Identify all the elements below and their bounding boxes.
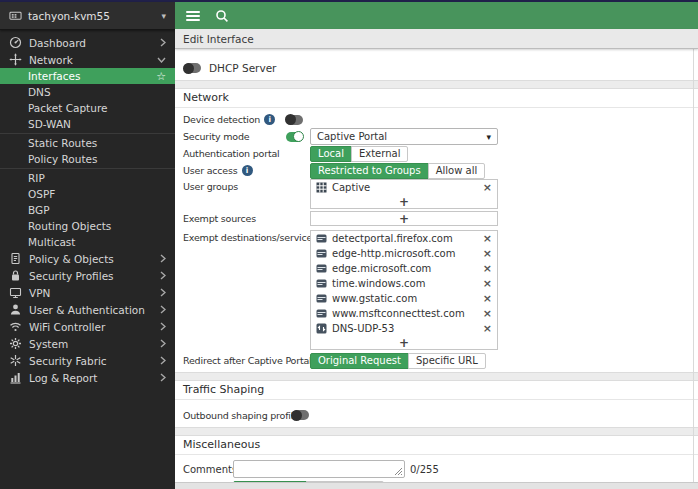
- sidebar-divider: [0, 168, 175, 169]
- comments-label: Comments: [183, 464, 233, 475]
- redirect-original-request-button[interactable]: Original Request: [310, 353, 409, 369]
- comments-input[interactable]: [234, 461, 404, 477]
- search-icon[interactable]: [215, 9, 229, 23]
- sidebar-item-ospf[interactable]: OSPF: [0, 186, 175, 202]
- sidebar-item-rip[interactable]: RIP: [0, 170, 175, 186]
- exempt-destination-entry[interactable]: www.gstatic.com ×: [311, 291, 497, 306]
- sidebar-item-interfaces[interactable]: Interfaces ☆: [0, 68, 175, 84]
- redirect-specific-url-button[interactable]: Specific URL: [408, 353, 486, 369]
- section-header-traffic-shaping: Traffic Shaping: [175, 381, 698, 400]
- security-mode-toggle[interactable]: [286, 132, 303, 142]
- sidebar-item-static-routes[interactable]: Static Routes: [0, 135, 175, 151]
- exempt-destination-entry[interactable]: DNS-UDP-53 ×: [311, 321, 497, 336]
- remove-icon[interactable]: ×: [483, 278, 492, 289]
- security-mode-row: Security mode Captive Portal ▾: [183, 128, 698, 145]
- hamburger-menu-icon[interactable]: [186, 11, 200, 21]
- exempt-sources-row: Exempt sources +: [183, 211, 698, 228]
- security-fabric-icon: [9, 354, 22, 367]
- sidebar-item-network[interactable]: Network: [0, 51, 175, 68]
- exempt-destination-entry[interactable]: time.windows.com ×: [311, 276, 497, 291]
- chevron-expanded-icon: [157, 57, 166, 63]
- remove-icon[interactable]: ×: [483, 263, 492, 274]
- comments-counter: 0/255: [410, 464, 439, 475]
- sidebar-item-vpn[interactable]: VPN: [0, 284, 175, 301]
- exempt-destination-entry[interactable]: www.msftconnecttest.com ×: [311, 306, 497, 321]
- fqdn-icon: [316, 278, 327, 289]
- sidebar-item-policy-objects[interactable]: Policy & Objects: [0, 250, 175, 267]
- policy-objects-icon: [9, 252, 22, 265]
- sidebar-item-policy-routes[interactable]: Policy Routes: [0, 151, 175, 167]
- user-access-label: User access: [183, 165, 238, 176]
- security-mode-value: Captive Portal: [317, 131, 387, 142]
- exempt-sources-label: Exempt sources: [183, 213, 256, 224]
- security-mode-select[interactable]: Captive Portal ▾: [310, 128, 498, 145]
- dhcp-server-label: DHCP Server: [209, 62, 276, 74]
- fqdn-icon: [316, 293, 327, 304]
- chevron-right-icon: [160, 38, 166, 47]
- auth-portal-local-button[interactable]: Local: [310, 146, 352, 162]
- sidebar-divider: [0, 133, 175, 134]
- exempt-destination-entry[interactable]: edge.microsoft.com ×: [311, 261, 497, 276]
- dhcp-server-row: DHCP Server: [175, 56, 698, 80]
- user-icon: [9, 303, 22, 316]
- outbound-shaping-toggle[interactable]: [292, 410, 309, 420]
- content-right-border: [693, 49, 694, 483]
- sidebar-item-security-profiles[interactable]: Security Profiles: [0, 267, 175, 284]
- chevron-right-icon: [160, 305, 166, 314]
- sidebar-item-multicast[interactable]: Multicast: [0, 234, 175, 250]
- user-group-name: Captive: [332, 182, 370, 193]
- sidebar-subitem-label: Interfaces: [28, 70, 80, 82]
- sidebar-item-user-authentication[interactable]: User & Authentication: [0, 301, 175, 318]
- lock-icon: [9, 269, 22, 282]
- fortigate-device-icon: [9, 9, 22, 22]
- remove-icon[interactable]: ×: [483, 293, 492, 304]
- exempt-destination-entry[interactable]: detectportal.firefox.com ×: [311, 231, 497, 246]
- sidebar-item-packet-capture[interactable]: Packet Capture: [0, 100, 175, 116]
- info-icon[interactable]: i: [242, 165, 253, 176]
- gear-icon: [9, 337, 22, 350]
- remove-icon[interactable]: ×: [483, 182, 492, 193]
- dashboard-icon: [9, 36, 22, 49]
- chevron-right-icon: [160, 271, 166, 280]
- sidebar-item-routing-objects[interactable]: Routing Objects: [0, 218, 175, 234]
- sidebar-item-log-report[interactable]: Log & Report: [0, 369, 175, 386]
- sidebar-item-dns[interactable]: DNS: [0, 84, 175, 100]
- redirect-label: Redirect after Captive Portal: [183, 355, 312, 366]
- remove-icon[interactable]: ×: [483, 233, 492, 244]
- chevron-right-icon: [160, 373, 166, 382]
- outbound-shaping-label: Outbound shaping profile: [183, 410, 299, 421]
- chevron-right-icon: [160, 254, 166, 263]
- user-access-allow-all-button[interactable]: Allow all: [428, 163, 486, 179]
- user-group-entry[interactable]: Captive ×: [311, 180, 497, 195]
- user-access-row: User accessi Restricted to Groups Allow …: [183, 162, 698, 179]
- add-exempt-destination-button[interactable]: +: [311, 336, 497, 349]
- sidebar-item-wifi-controller[interactable]: WiFi Controller: [0, 318, 175, 335]
- add-exempt-source-button[interactable]: +: [311, 212, 497, 225]
- network-icon: [9, 53, 22, 66]
- auth-portal-external-button[interactable]: External: [351, 146, 409, 162]
- chevron-right-icon: [160, 356, 166, 365]
- chevron-right-icon: [160, 322, 166, 331]
- sidebar-item-dashboard[interactable]: Dashboard: [0, 34, 175, 51]
- sidebar-item-bgp[interactable]: BGP: [0, 202, 175, 218]
- hostname-selector[interactable]: tachyon-kvm55 ▾: [0, 2, 175, 30]
- remove-icon[interactable]: ×: [483, 248, 492, 259]
- chevron-down-icon: ▾: [486, 132, 491, 142]
- section-separator: [175, 427, 698, 436]
- device-detection-toggle[interactable]: [286, 115, 303, 125]
- sidebar-item-security-fabric[interactable]: Security Fabric: [0, 352, 175, 369]
- remove-icon[interactable]: ×: [483, 308, 492, 319]
- info-icon[interactable]: i: [264, 114, 275, 125]
- sidebar-item-system[interactable]: System: [0, 335, 175, 352]
- breadcrumb-label: Edit Interface: [183, 33, 254, 45]
- device-detection-row: Device detectioni: [183, 111, 698, 128]
- remove-icon[interactable]: ×: [483, 323, 492, 334]
- add-user-group-button[interactable]: +: [311, 195, 497, 208]
- dhcp-server-toggle[interactable]: [184, 63, 201, 73]
- user-access-restricted-button[interactable]: Restricted to Groups: [310, 163, 429, 179]
- sidebar-item-sd-wan[interactable]: SD-WAN: [0, 116, 175, 132]
- star-icon[interactable]: ☆: [156, 71, 166, 82]
- exempt-destination-entry[interactable]: edge-http.microsoft.com ×: [311, 246, 497, 261]
- section-header-miscellaneous: Miscellaneous: [175, 436, 698, 455]
- comments-field-wrap: [233, 460, 405, 478]
